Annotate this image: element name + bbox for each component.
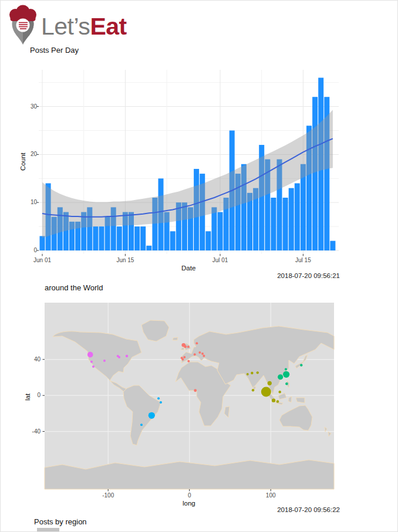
brand-name: Let’sEat [41,15,127,39]
tick-label: -100 [102,492,114,499]
world-map-title: around the World [45,283,103,292]
bar-xaxis-title: Date [181,265,195,272]
tick-label: Jul 01 [213,257,228,263]
brand-lets: Let’s [41,13,90,40]
tick-label: Jul 15 [295,257,311,263]
world-map-plot [45,303,334,489]
lets-eat-logo: Let’sEat [6,5,127,48]
timestamp-1: 2018-07-20 09:56:21 [277,272,340,279]
map-xaxis-title: long [183,500,195,507]
report-page: Let’sEat Posts Per Day Jun 01Jun 15Jul 0… [0,0,398,532]
tick-label: 100 [266,492,276,499]
tick-label: 30 [22,103,37,110]
posts-by-region-title: Posts by region [34,517,87,526]
tick-label: 0 [188,492,191,499]
chef-hat-pin-icon [6,6,39,47]
tick-label: Jun 01 [33,257,51,263]
posts-per-day-plot [39,70,339,254]
tick-label: 10 [22,199,37,205]
brand-eat: Eat [90,13,126,40]
tick-label: 40 [25,356,41,362]
posts-per-day-title: Posts Per Day [30,46,79,55]
next-chart-sliver [37,528,59,532]
iceland [173,337,178,340]
map-yaxis-title: lat [24,394,31,401]
bar-yaxis-title: Count [19,153,26,171]
tick-label: 0 [22,247,37,253]
timestamp-2: 2018-07-20 09:56:22 [277,506,340,513]
tick-label: Jun 15 [116,257,134,263]
menu-card [16,19,30,32]
tick-label: -40 [25,428,41,435]
